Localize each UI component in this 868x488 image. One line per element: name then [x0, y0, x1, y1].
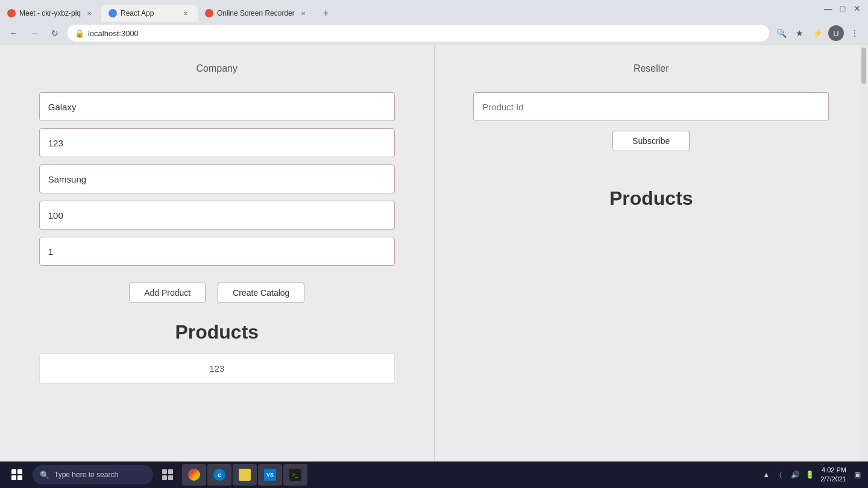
taskbar-files[interactable]	[233, 464, 257, 486]
svg-rect-2	[162, 475, 167, 480]
product-card: 123	[39, 353, 395, 384]
reseller-panel: Reseller Subscribe Products	[435, 45, 869, 461]
browser-chrome: — □ ✕ Meet - ckr-yxbz-piq ✕ React App ✕ …	[0, 0, 868, 45]
taskbar-chrome[interactable]	[182, 464, 206, 486]
svg-rect-1	[168, 469, 173, 474]
notification-icon[interactable]: ▣	[851, 469, 863, 481]
files-icon	[239, 469, 251, 481]
search-icon[interactable]: 🔍	[774, 26, 788, 40]
task-view-button[interactable]	[157, 464, 178, 486]
taskbar-terminal[interactable]: >_	[283, 464, 307, 486]
product-id-input[interactable]	[39, 128, 395, 157]
tab-recorder-title: Online Screen Recorder	[217, 9, 295, 17]
system-tray: ▲ 〈 🔊 🔋 4:02 PM 2/7/2021 ▣	[760, 466, 863, 484]
action-buttons: Add Product Create Catalog	[129, 283, 304, 303]
clock-time: 4:02 PM	[820, 466, 846, 475]
price-input[interactable]	[39, 201, 395, 230]
company-products-heading: Products	[39, 321, 395, 343]
close-button[interactable]: ✕	[852, 4, 862, 13]
window-controls: — □ ✕	[823, 4, 862, 13]
start-button[interactable]	[5, 463, 29, 487]
tab-react-title: React App	[121, 9, 177, 17]
tab-react-close[interactable]: ✕	[181, 8, 190, 18]
taskbar-search-icon: 🔍	[40, 471, 49, 480]
maximize-button[interactable]: □	[838, 4, 848, 13]
profile-icon[interactable]: U	[828, 25, 844, 41]
subscribe-button[interactable]: Subscribe	[612, 131, 690, 151]
minimize-button[interactable]: —	[823, 4, 833, 13]
edge-icon: e	[213, 469, 225, 481]
clock-date: 2/7/2021	[820, 475, 846, 484]
terminal-icon: >_	[289, 469, 301, 481]
tray-network-icon[interactable]: 〈	[775, 469, 787, 481]
reseller-products-heading: Products	[609, 187, 693, 210]
company-panel: Company Add Product Create Catalog Produ…	[0, 45, 434, 461]
taskbar-search[interactable]: 🔍 Type here to search	[33, 465, 153, 484]
new-tab-button[interactable]: +	[318, 5, 335, 22]
company-products-section: Products 123	[39, 321, 395, 387]
react-favicon	[108, 9, 117, 17]
reload-button[interactable]: ↻	[47, 25, 63, 41]
scrollbar[interactable]	[860, 45, 868, 461]
toolbar-icons: 🔍 ★ ⚡ U ⋮	[774, 25, 862, 41]
forward-button[interactable]: →	[27, 25, 42, 41]
tab-meet-close[interactable]: ✕	[84, 8, 94, 18]
product-name-input[interactable]	[39, 92, 395, 121]
svg-rect-0	[162, 469, 167, 474]
vscode-icon: VS	[264, 469, 276, 481]
star-icon[interactable]: ★	[792, 26, 807, 40]
add-product-button[interactable]: Add Product	[129, 283, 206, 303]
tab-meet-title: Meet - ckr-yxbz-piq	[19, 9, 81, 17]
taskbar-search-text: Type here to search	[54, 471, 118, 479]
brand-input[interactable]	[39, 164, 395, 193]
product-card-value: 123	[209, 363, 224, 374]
windows-icon	[11, 469, 22, 480]
address-text: localhost:3000	[88, 29, 139, 38]
back-button[interactable]: ←	[6, 25, 22, 41]
company-heading: Company	[197, 63, 237, 74]
reseller-heading: Reseller	[634, 63, 669, 74]
tab-recorder[interactable]: Online Screen Recorder ✕	[198, 5, 315, 22]
svg-rect-3	[168, 475, 173, 480]
taskbar-vscode[interactable]: VS	[258, 464, 282, 486]
scrollbar-thumb	[861, 48, 866, 84]
tray-battery-icon[interactable]: 🔋	[804, 469, 816, 481]
tab-meet[interactable]: Meet - ckr-yxbz-piq ✕	[0, 5, 101, 22]
menu-icon[interactable]: ⋮	[848, 26, 862, 40]
taskbar-edge[interactable]: e	[207, 464, 231, 486]
tab-recorder-close[interactable]: ✕	[298, 8, 308, 18]
system-clock[interactable]: 4:02 PM 2/7/2021	[820, 466, 846, 484]
running-apps: e VS >_	[182, 464, 307, 486]
address-bar[interactable]: 🔒 localhost:3000	[68, 25, 769, 42]
tray-up-icon[interactable]: ▲	[760, 469, 772, 481]
lock-icon: 🔒	[75, 29, 84, 38]
recorder-favicon	[205, 9, 213, 17]
quantity-input[interactable]	[39, 237, 395, 266]
extensions-icon[interactable]: ⚡	[810, 26, 825, 40]
create-catalog-button[interactable]: Create Catalog	[218, 283, 304, 303]
tray-speaker-icon[interactable]: 🔊	[789, 469, 801, 481]
tab-bar: Meet - ckr-yxbz-piq ✕ React App ✕ Online…	[0, 0, 868, 22]
product-id-reseller-input[interactable]	[473, 92, 829, 121]
address-bar-row: ← → ↻ 🔒 localhost:3000 🔍 ★ ⚡ U ⋮	[0, 22, 868, 45]
taskbar: 🔍 Type here to search e VS >_	[0, 461, 868, 488]
chrome-icon	[188, 469, 200, 481]
tray-icons: ▲ 〈 🔊 🔋	[760, 469, 816, 481]
meet-favicon	[7, 9, 16, 17]
page-content: Company Add Product Create Catalog Produ…	[0, 45, 868, 461]
tab-react[interactable]: React App ✕	[101, 5, 198, 22]
